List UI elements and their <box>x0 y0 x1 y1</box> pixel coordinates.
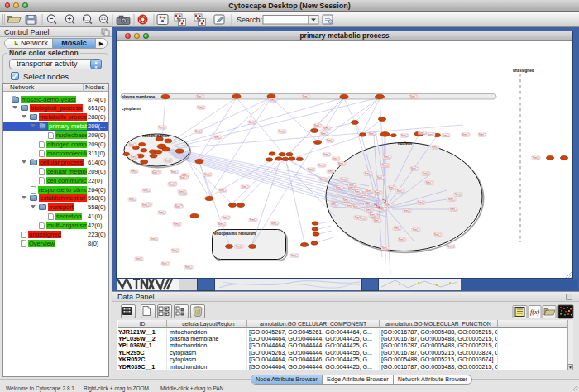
svg-text:plasma membrane: plasma membrane <box>122 95 156 99</box>
svg-text:f(x): f(x) <box>530 308 539 316</box>
svg-text:endoplasmic reticulum: endoplasmic reticulum <box>214 232 256 236</box>
svg-text:nucleus: nucleus <box>398 141 413 146</box>
svg-text:Search:: Search: <box>237 16 262 24</box>
svg-text:1:1: 1:1 <box>101 17 107 21</box>
svg-text:mitochondrion: mitochondrion <box>142 134 169 138</box>
svg-text:unassigned: unassigned <box>513 69 534 73</box>
svg-text:cytoplasm: cytoplasm <box>122 107 141 111</box>
